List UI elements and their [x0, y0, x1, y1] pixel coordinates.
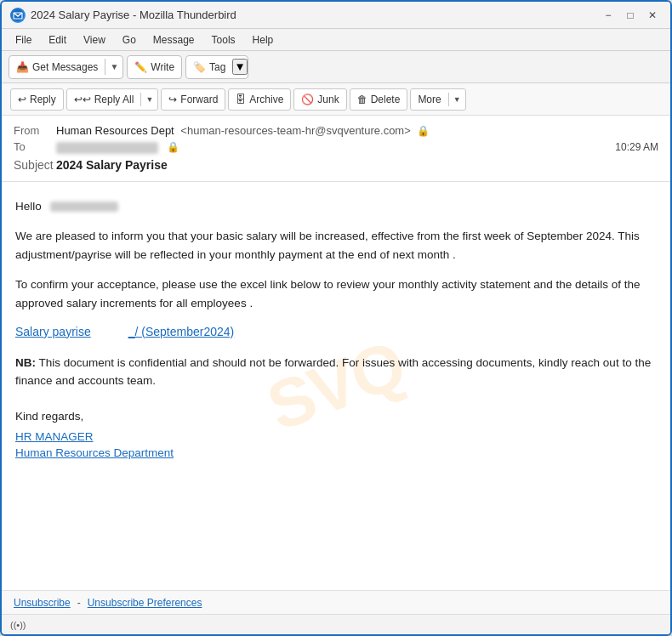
nb-text: This document is confidential and should…: [15, 356, 651, 388]
more-arrow[interactable]: ▼: [448, 93, 465, 106]
menu-file[interactable]: File: [9, 32, 38, 48]
to-address-blurred: [56, 142, 158, 154]
reply-icon: ↩: [18, 94, 26, 105]
reply-all-arrow[interactable]: ▼: [140, 93, 157, 106]
more-dropdown[interactable]: More ▼: [410, 88, 465, 111]
reply-all-dropdown[interactable]: ↩↩ Reply All ▼: [66, 88, 159, 111]
menu-message[interactable]: Message: [146, 32, 202, 48]
email-header: From Human Resources Dept <human-resourc…: [2, 116, 670, 182]
app-icon: [10, 8, 26, 23]
nb-label: NB:: [15, 356, 36, 369]
regards-text: Kind regards,: [15, 410, 83, 423]
archive-button[interactable]: 🗄 Archive: [228, 88, 291, 111]
from-row: From Human Resources Dept <human-resourc…: [14, 122, 658, 139]
write-icon: ✏️: [134, 61, 147, 73]
archive-icon: 🗄: [236, 94, 246, 105]
hr-manager-row: HR MANAGER: [15, 430, 657, 443]
subject-row: Subject 2024 Salary Payrise: [14, 156, 658, 174]
menu-go[interactable]: Go: [116, 32, 143, 48]
link-suffix[interactable]: _/ (September2024): [128, 325, 235, 338]
junk-button[interactable]: 🚫 Junk: [293, 88, 346, 111]
greeting-para: Hello: [15, 197, 657, 216]
document-link-row: Salary payrise _/ (September2024): [15, 325, 657, 338]
get-messages-arrow[interactable]: ▼: [105, 59, 122, 75]
from-email: <human-resources-team-hr@svqventure.com>: [180, 124, 410, 137]
nb-para: NB: This document is confidential and sh…: [15, 354, 657, 390]
email-footer: Unsubscribe - Unsubscribe Preferences: [2, 590, 670, 614]
forward-icon: ↪: [168, 94, 177, 105]
more-button[interactable]: More: [411, 91, 447, 108]
email-content: Hello We are pleased to inform you that …: [15, 197, 657, 460]
close-button[interactable]: ✕: [643, 6, 662, 25]
maximize-button[interactable]: □: [621, 6, 640, 25]
greeting-text: Hello: [15, 200, 42, 213]
tag-button[interactable]: 🏷️ Tag: [186, 58, 232, 77]
forward-button[interactable]: ↪ Forward: [161, 88, 225, 111]
title-bar-left: 2024 Salary Payrise - Mozilla Thunderbir…: [10, 8, 236, 23]
subject-label: Subject: [14, 158, 56, 172]
reply-button[interactable]: ↩ Reply: [10, 88, 64, 111]
body-para1: We are pleased to inform you that your b…: [15, 227, 657, 264]
footer-separator: -: [77, 597, 81, 609]
menu-tools[interactable]: Tools: [205, 32, 242, 48]
from-label: From: [14, 124, 56, 137]
menu-help[interactable]: Help: [246, 32, 281, 48]
toolbar: 📥 Get Messages ▼ ✏️ Write 🏷️ Tag ▼: [2, 51, 670, 83]
email-time: 10:29 AM: [615, 141, 658, 153]
title-bar: 2024 Salary Payrise - Mozilla Thunderbir…: [2, 2, 670, 29]
subject-value: 2024 Salary Payrise: [56, 158, 168, 172]
from-name: Human Resources Dept: [56, 124, 174, 137]
hr-dept-row: Human Resources Department: [15, 446, 657, 459]
write-button[interactable]: ✏️ Write: [127, 55, 182, 79]
menu-edit[interactable]: Edit: [42, 32, 73, 48]
email-body: SVQ Hello We are pleased to inform you t…: [2, 182, 670, 590]
hr-manager-link[interactable]: HR MANAGER: [15, 430, 94, 443]
to-security-icon: 🔒: [167, 141, 179, 153]
tag-dropdown[interactable]: 🏷️ Tag ▼: [185, 55, 248, 79]
menu-bar: File Edit View Go Message Tools Help: [2, 29, 670, 51]
security-icon: 🔒: [417, 125, 430, 137]
unsubscribe-link[interactable]: Unsubscribe: [14, 597, 71, 609]
regards-para: Kind regards,: [15, 407, 657, 426]
status-bar: ((•)): [2, 614, 670, 634]
from-value: Human Resources Dept <human-resources-te…: [56, 124, 658, 137]
delete-icon: 🗑: [357, 94, 367, 105]
action-bar: ↩ Reply ↩↩ Reply All ▼ ↪ Forward 🗄 Archi…: [2, 83, 670, 116]
reply-all-button[interactable]: ↩↩ Reply All: [67, 91, 141, 108]
delete-button[interactable]: 🗑 Delete: [350, 88, 408, 111]
recipient-name-blurred: [50, 202, 118, 212]
window-controls: − □ ✕: [599, 6, 662, 25]
get-messages-dropdown[interactable]: 📥 Get Messages ▼: [9, 55, 123, 79]
body-para2: To confirm your acceptance, please use t…: [15, 275, 657, 312]
status-icon: ((•)): [10, 620, 26, 630]
window-title: 2024 Salary Payrise - Mozilla Thunderbir…: [31, 9, 236, 21]
get-messages-icon: 📥: [16, 61, 29, 73]
minimize-button[interactable]: −: [599, 6, 618, 25]
get-messages-button[interactable]: 📥 Get Messages: [9, 58, 105, 77]
unsubscribe-prefs-link[interactable]: Unsubscribe Preferences: [88, 597, 202, 609]
hr-dept-link[interactable]: Human Resources Department: [15, 446, 174, 459]
tag-icon: 🏷️: [193, 61, 206, 73]
tag-arrow[interactable]: ▼: [232, 59, 247, 75]
menu-view[interactable]: View: [77, 32, 112, 48]
reply-all-icon: ↩↩: [74, 94, 91, 105]
main-window: 2024 Salary Payrise - Mozilla Thunderbir…: [0, 0, 672, 636]
to-value: 🔒: [56, 140, 615, 154]
junk-icon: 🚫: [301, 94, 314, 105]
to-row: To 🔒 10:29 AM: [14, 139, 658, 156]
to-label: To: [14, 140, 56, 153]
get-messages-label: Get Messages: [32, 61, 98, 73]
salary-payrise-link[interactable]: Salary payrise: [15, 325, 91, 338]
